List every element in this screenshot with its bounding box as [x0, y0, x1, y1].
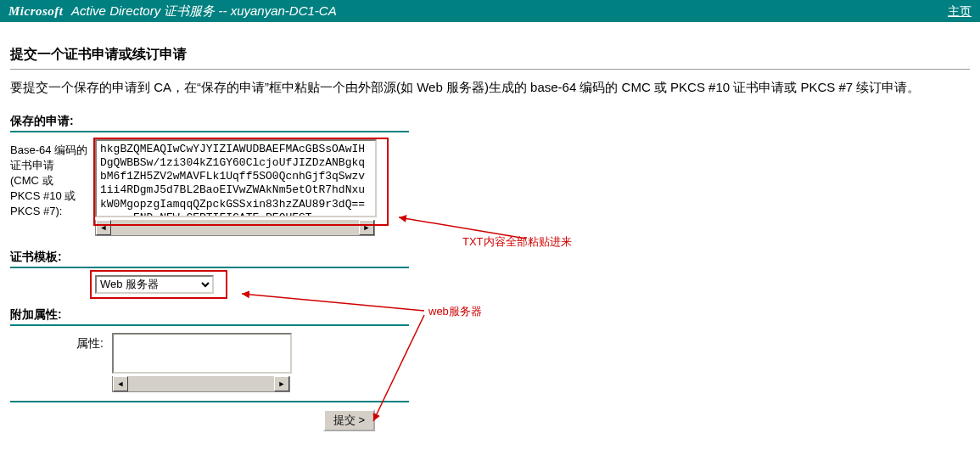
section-rule — [10, 324, 409, 326]
annotation-text-paste: TXT内容全部粘贴进来 — [462, 234, 572, 250]
section-rule — [10, 131, 409, 132]
scroll-right-icon[interactable]: ► — [274, 376, 289, 391]
saved-request-label: 保存的申请: — [10, 114, 970, 129]
scroll-left-icon[interactable]: ◄ — [96, 220, 111, 235]
intro-text: 要提交一个保存的申请到 CA，在“保存的申请”框中粘贴一个由外部源(如 Web … — [10, 76, 970, 98]
scroll-right-icon[interactable]: ► — [359, 220, 374, 235]
section-rule — [10, 401, 409, 402]
page-title: 提交一个证书申请或续订申请 — [10, 46, 970, 64]
template-select[interactable]: Web 服务器 — [95, 275, 214, 294]
home-link[interactable]: 主页 — [948, 0, 972, 22]
attr-field-label: 属性: — [61, 333, 112, 352]
base64-label: Base-64 编码的证书申请(CMC 或PKCS #10 或PKCS #7): — [10, 139, 95, 220]
section-rule — [10, 267, 409, 268]
template-row-spacer — [10, 275, 95, 278]
scroll-left-icon[interactable]: ◄ — [113, 376, 128, 391]
template-label: 证书模板: — [10, 250, 970, 265]
attributes-label: 附加属性: — [10, 307, 970, 323]
submit-button[interactable]: 提交 > — [323, 409, 375, 431]
header-title: Microsoft Active Directory 证书服务 -- xuyan… — [8, 0, 337, 22]
brand-text: Microsoft — [8, 4, 64, 18]
service-text: Active Directory 证书服务 -- xuyanyan-DC1-CA — [69, 3, 337, 18]
certificate-request-textarea[interactable] — [95, 139, 377, 217]
hscrollbar[interactable]: ◄ ► — [95, 220, 375, 236]
attributes-textarea[interactable] — [112, 333, 292, 374]
divider — [10, 69, 970, 70]
header-bar: Microsoft Active Directory 证书服务 -- xuyan… — [0, 0, 980, 22]
hscrollbar[interactable]: ◄ ► — [112, 376, 290, 392]
